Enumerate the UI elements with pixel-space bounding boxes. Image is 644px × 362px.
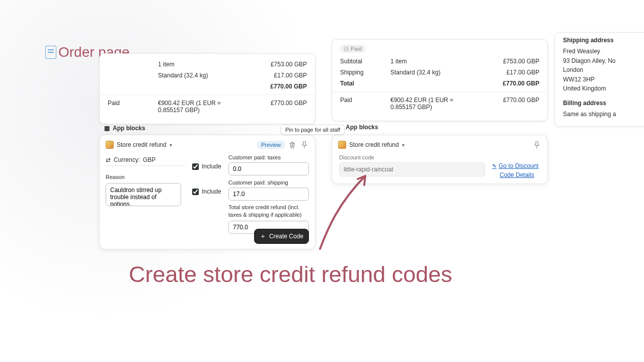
total-refund-label: Total store credit refund (incl. taxes &… (228, 204, 309, 219)
trash-icon (289, 142, 295, 148)
total-price: £770.00 GBP (474, 80, 539, 87)
include-shipping-checkbox[interactable]: Include (192, 184, 222, 199)
app-blocks-label: App blocks (346, 124, 378, 131)
reason-textarea[interactable] (106, 183, 181, 206)
chevron-down-icon[interactable]: ▾ (402, 142, 405, 148)
pin-icon (302, 141, 307, 148)
chevron-down-icon[interactable]: ▾ (170, 142, 172, 148)
shipping-input[interactable] (228, 188, 309, 201)
shipping-price: £17.00 GBP (474, 69, 539, 76)
switch-icon: ⇄ (106, 156, 111, 163)
order-summary-right-card: Paid Subtotal 1 item £753.00 GBP Shippin… (332, 39, 548, 121)
plus-icon: ＋ (260, 232, 266, 241)
app-icon (106, 141, 114, 149)
discount-details-link[interactable]: Code Details (492, 170, 538, 179)
discount-code-label: Discount code (339, 154, 485, 160)
reason-label: Reason (106, 174, 186, 180)
currency-label: Currency: (114, 156, 140, 163)
address-card: Shipping address Fred Weasley 93 Diagon … (554, 32, 644, 127)
include-taxes-checkbox[interactable]: Include (192, 159, 222, 174)
address-country: United Kingdom (563, 84, 641, 94)
shipping-price: £17.00 GBP (242, 72, 307, 79)
order-summary-left-card: 1 item £753.00 GBP Standard (32.4 kg) £1… (99, 53, 315, 124)
delete-button[interactable] (288, 140, 297, 149)
subtotal-price: £753.00 GBP (474, 58, 539, 65)
create-code-label: Create Code (269, 233, 303, 240)
shipping-label: Shipping (340, 69, 390, 76)
discount-link-line1: Go to Discount (499, 161, 538, 170)
billing-address-heading: Billing address (563, 100, 641, 107)
paid-label: Paid (108, 100, 158, 107)
pin-button[interactable] (300, 140, 309, 149)
discount-code-value: little-rapid-raincoat (339, 162, 485, 176)
paid-amount: £770.00 GBP (242, 100, 307, 107)
pin-button[interactable] (532, 140, 541, 149)
paid-badge-icon (344, 47, 349, 51)
paid-conversion: €900.42 EUR (1 EUR = 0.855157 GBP) (158, 100, 242, 114)
shipping-address-heading: Shipping address (563, 37, 641, 44)
app-icon (338, 141, 346, 149)
total-label: Total (340, 80, 390, 87)
store-credit-refund-card-left: Store credit refund ▾ Preview ⇄ Currency… (99, 135, 315, 249)
items-count: 1 item (158, 61, 242, 68)
app-name[interactable]: Store credit refund (117, 141, 167, 148)
create-code-button[interactable]: ＋ Create Code (254, 229, 309, 244)
taxes-label: Customer paid: taxes (228, 154, 309, 160)
address-line1: 93 Diagon Alley, No (563, 56, 641, 66)
app-name[interactable]: Store credit refund (349, 141, 399, 148)
marketing-caption: Create store credit refund codes (129, 261, 452, 288)
document-icon (45, 46, 56, 59)
subtotal-price: £753.00 GBP (242, 61, 307, 68)
paid-amount: £770.00 GBP (474, 97, 539, 104)
app-blocks-heading-left: App blocks (104, 125, 145, 132)
subtotal-label: Subtotal (340, 58, 390, 65)
items-count: 1 item (390, 58, 474, 65)
store-credit-refund-card-right: Store credit refund ▾ Discount code litt… (332, 135, 548, 184)
paid-badge-label: Paid (351, 46, 362, 52)
pin-icon (534, 141, 539, 148)
shipping-label: Customer paid: shipping (228, 179, 309, 186)
address-postcode: WW12 3HP (563, 75, 641, 84)
pin-tooltip-text: Pin to page for all staff (285, 127, 340, 133)
billing-same-text: Same as shipping a (563, 110, 641, 119)
shipping-method: Standard (32.4 kg) (158, 72, 242, 79)
preview-badge: Preview (257, 141, 285, 149)
include-label: Include (202, 188, 221, 195)
paid-conversion: €900.42 EUR (1 EUR = 0.855157 GBP) (390, 97, 474, 111)
paid-badge: Paid (340, 45, 366, 53)
pencil-icon: ✎ (492, 162, 497, 170)
include-label: Include (202, 163, 221, 170)
discount-link-line2: Code Details (500, 170, 534, 179)
discount-details-link[interactable]: ✎ Go to Discount (492, 161, 538, 170)
pin-tooltip: Pin to page for all staff (281, 125, 345, 135)
total-price: £770.00 GBP (242, 83, 307, 90)
currency-value: GBP (143, 156, 155, 163)
app-blocks-label: App blocks (113, 125, 145, 132)
paid-label: Paid (340, 97, 390, 104)
shipping-method: Standard (32.4 kg) (390, 69, 474, 76)
taxes-input[interactable] (228, 162, 309, 175)
address-city: London (563, 65, 641, 75)
address-name: Fred Weasley (563, 47, 641, 56)
blocks-icon (104, 125, 110, 132)
